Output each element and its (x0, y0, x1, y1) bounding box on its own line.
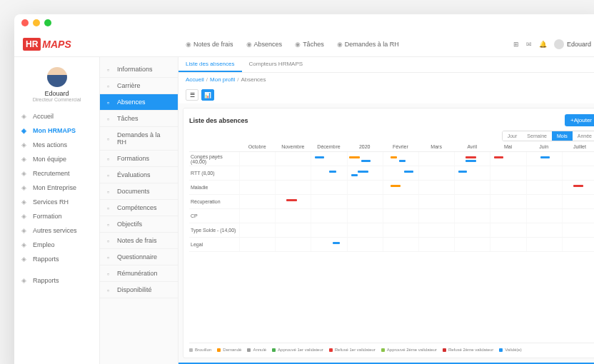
subnav-notes-de-frais[interactable]: ▫Notes de frais (100, 233, 178, 249)
range-semaine[interactable]: Semaine (522, 131, 552, 141)
nav-services-rh[interactable]: ◈Services RH (14, 195, 99, 209)
tab-liste-des-absences[interactable]: Liste des absences (178, 57, 242, 72)
crumb-current: Absences (241, 76, 266, 83)
breadcrumb: Accueil/Mon profil/Absences (178, 73, 594, 86)
subnav-demandes-à-la-rh[interactable]: ▫Demandes à la RH (100, 127, 178, 151)
month-header: Novembre (275, 144, 311, 149)
mail-icon[interactable]: ✉ (526, 41, 532, 48)
month-header: Février (383, 144, 418, 149)
month-header: Mai (490, 144, 525, 149)
subnav-disponibilité[interactable]: ▫Disponibilité (100, 282, 178, 298)
nav-mon-équipe[interactable]: ◈Mon équipe (14, 152, 99, 166)
topnav-tâches[interactable]: ◉Tâches (295, 41, 324, 48)
nav-recrutement[interactable]: ◈Recrutement (14, 166, 99, 181)
range-année[interactable]: Année (573, 131, 594, 141)
subnav-carrière[interactable]: ▫Carrière (100, 78, 178, 94)
absence-bar[interactable] (391, 156, 398, 158)
grid-icon[interactable]: ⊞ (513, 41, 519, 48)
absence-bar[interactable] (540, 156, 549, 158)
subnav-objectifs[interactable]: ▫Objectifs (100, 216, 178, 233)
subnav-absences[interactable]: ▫Absences (100, 94, 178, 111)
nav-rapports[interactable]: ◈Rapports (14, 273, 99, 288)
subnav-évaluations[interactable]: ▫Évaluations (100, 167, 178, 183)
absence-bar[interactable] (573, 185, 584, 187)
legend: BrouillonDemandéAnnuléApprouvé 1er valid… (189, 343, 594, 352)
absence-bar[interactable] (286, 199, 297, 201)
legend-item: Approuvé 1er validateur (272, 348, 323, 352)
add-button[interactable]: +Ajouter (565, 114, 594, 126)
chart-icon: ◈ (21, 256, 29, 263)
tab-compteurs-hrmaps[interactable]: Compteurs HRMAPS (242, 57, 311, 72)
nav-formation[interactable]: ◈Formation (14, 209, 99, 223)
month-header: 2020 (347, 144, 383, 149)
book-icon: ▫ (107, 156, 114, 162)
logo[interactable]: HR MAPS (23, 38, 71, 51)
crumb-home[interactable]: Accueil (186, 76, 204, 83)
titlebar (14, 14, 594, 31)
row-label: Récuperation (189, 199, 239, 204)
main-panel: Liste des absencesCompteurs HRMAPS Accue… (178, 57, 594, 364)
absence-bar[interactable] (349, 156, 360, 158)
subnav-formations[interactable]: ▫Formations (100, 151, 178, 167)
subnav-informations[interactable]: ▫Informations (100, 61, 178, 78)
ladder-icon: ▫ (107, 83, 114, 89)
nav-rapports[interactable]: ◈Rapports (14, 252, 99, 266)
content-card: Liste des absences +Ajouter JourSemaineM… (183, 108, 594, 358)
topnav-notes-de-frais[interactable]: ◉Notes de frais (186, 41, 233, 48)
topnav-demandes-à-la-rh[interactable]: ◉Demandes à la RH (337, 41, 399, 48)
timeline-row: Type Solde - (14,00) (189, 223, 594, 238)
month-header: Décembre (311, 144, 346, 149)
list-view-button[interactable]: ☰ (186, 89, 198, 101)
legend-color-icon (329, 348, 333, 352)
month-header: Avril (454, 144, 490, 149)
content-title: Liste des absences (189, 117, 248, 124)
crumb-profile[interactable]: Mon profil (210, 76, 235, 83)
calendar-icon: ▫ (107, 99, 114, 106)
absence-bar[interactable] (465, 156, 476, 158)
maximize-icon[interactable] (44, 19, 51, 26)
app-window: HR MAPS ◉Notes de frais◉Absences◉Tâches◉… (14, 14, 594, 364)
absence-bar[interactable] (315, 156, 323, 158)
minimize-icon[interactable] (33, 19, 40, 26)
timeline-view-button[interactable]: 📊 (201, 89, 214, 101)
absence-bar[interactable] (358, 171, 368, 173)
range-mois[interactable]: Mois (552, 131, 573, 141)
nav-autres-services[interactable]: ◈Autres services (14, 223, 99, 238)
nav-mes-actions[interactable]: ◈Mes actions (14, 138, 99, 152)
timeline-row: Legal (189, 238, 594, 252)
subnav-documents[interactable]: ▫Documents (100, 183, 178, 200)
legend-item: Approuvé 2ème validateur (381, 348, 437, 352)
absence-bar[interactable] (465, 160, 476, 162)
absence-bar[interactable] (494, 156, 503, 158)
nav-mon-entreprise[interactable]: ◈Mon Entreprise (14, 181, 99, 195)
secondary-sidebar: ▫Informations▫Carrière▫Absences▫Tâches▫D… (100, 57, 178, 364)
check-icon: ▫ (107, 116, 114, 122)
absence-bar[interactable] (399, 160, 406, 162)
absence-bar[interactable] (329, 171, 336, 173)
absence-bar[interactable] (361, 160, 370, 162)
absence-bar[interactable] (458, 171, 467, 173)
bolt-icon: ◈ (21, 141, 29, 148)
grid-icon: ◈ (21, 227, 29, 234)
subnav-questionnaire[interactable]: ▫Questionnaire (100, 249, 178, 266)
absence-bar[interactable] (333, 242, 340, 244)
absence-bar[interactable] (391, 185, 401, 187)
range-jour[interactable]: Jour (503, 131, 523, 141)
user-menu[interactable]: Edouard ⌄ (554, 39, 594, 49)
close-icon[interactable] (21, 19, 29, 26)
nav-accueil[interactable]: ◈Accueil (14, 109, 99, 123)
profile-role: Directeur Commercial (14, 97, 99, 102)
receipt-icon: ▫ (107, 238, 114, 244)
chat-icon: ◉ (337, 41, 343, 48)
absence-bar[interactable] (404, 171, 413, 173)
absence-bar[interactable] (351, 174, 358, 176)
subnav-tâches[interactable]: ▫Tâches (100, 111, 178, 127)
bell-icon[interactable]: 🔔 (539, 41, 547, 48)
topnav-absences[interactable]: ◉Absences (246, 41, 283, 48)
nav-empleo[interactable]: ◈Empleo (14, 238, 99, 252)
legend-color-icon (381, 348, 385, 352)
target-icon: ▫ (107, 221, 114, 228)
subnav-rémunération[interactable]: ▫Rémunération (100, 266, 178, 282)
subnav-compétences[interactable]: ▫Compétences (100, 200, 178, 216)
nav-mon-hrmaps[interactable]: ◈Mon HRMAPS (14, 123, 99, 138)
